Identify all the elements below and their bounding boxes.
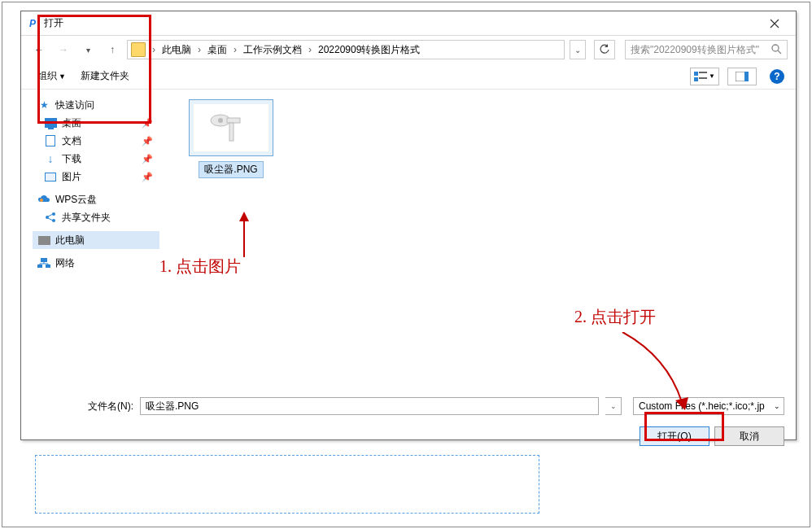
sidebar-item-label: 网络 (55, 256, 75, 270)
sidebar-network[interactable]: 网络 (33, 254, 159, 272)
svg-point-7 (40, 199, 43, 202)
pin-icon: 📌 (142, 172, 153, 182)
sidebar-item-label: 图片 (62, 170, 81, 184)
sidebar-documents[interactable]: 文档 📌 (33, 132, 159, 150)
file-open-dialog: P 打开 ← → ▾ ↑ › 此电脑 › 桌面 › 工作示例文档 › 20220… (20, 11, 797, 440)
refresh-icon (599, 44, 610, 55)
annotation-highlight-open (644, 412, 724, 441)
view-thumbnails-button[interactable]: ▼ (690, 68, 719, 85)
sidebar-item-label: 下载 (62, 152, 81, 166)
annotation-arrow-1 (236, 212, 252, 257)
chevron-right-icon: › (194, 44, 204, 55)
sidebar-this-pc[interactable]: 此电脑 (33, 231, 159, 249)
refresh-button[interactable] (594, 40, 615, 59)
svg-point-15 (218, 118, 223, 123)
file-item[interactable]: 吸尘器.PNG (182, 99, 280, 178)
svg-point-0 (772, 45, 779, 51)
file-name-label: 吸尘器.PNG (199, 161, 263, 178)
document-icon (44, 134, 57, 147)
breadcrumb-dropdown[interactable]: ⌄ (570, 40, 586, 59)
file-list-area[interactable]: 吸尘器.PNG (159, 90, 796, 389)
help-button[interactable]: ? (770, 69, 784, 84)
chevron-down-icon: ▼ (709, 72, 715, 80)
pin-icon: 📌 (142, 154, 153, 164)
chevron-down-icon: ⌄ (610, 402, 617, 410)
cloud-icon (37, 193, 50, 206)
sidebar-wps[interactable]: WPS云盘 (33, 190, 159, 208)
search-icon (771, 43, 782, 55)
svg-rect-3 (694, 77, 698, 81)
pc-icon (37, 234, 50, 247)
filename-input[interactable] (140, 397, 599, 415)
breadcrumb-item[interactable]: 工作示例文档 (242, 43, 303, 57)
cancel-button-label: 取消 (740, 430, 759, 444)
filename-label: 文件名(N): (73, 400, 133, 413)
annotation-text-2: 2. 点击打开 (574, 306, 656, 328)
sidebar-shared[interactable]: 共享文件夹 (33, 208, 159, 226)
preview-pane-icon (736, 72, 749, 81)
sidebar-pictures[interactable]: 图片 📌 (33, 168, 159, 186)
sidebar-item-label: 文档 (62, 134, 81, 148)
chevron-right-icon: › (305, 44, 315, 55)
svg-rect-1 (694, 72, 698, 76)
sidebar-item-label: 共享文件夹 (62, 211, 111, 225)
breadcrumb[interactable]: › 此电脑 › 桌面 › 工作示例文档 › 20220909转换图片格式 (127, 40, 565, 59)
chevron-right-icon: › (230, 44, 240, 55)
network-icon (37, 256, 50, 269)
download-icon: ↓ (44, 152, 57, 165)
share-icon (44, 211, 57, 224)
svg-rect-2 (699, 72, 707, 73)
pin-icon: 📌 (142, 136, 153, 146)
svg-rect-17 (229, 123, 234, 141)
close-button[interactable] (758, 11, 791, 35)
svg-rect-6 (744, 72, 749, 81)
breadcrumb-item[interactable]: 桌面 (206, 43, 229, 57)
sidebar-item-label: WPS云盘 (55, 193, 97, 207)
svg-rect-13 (46, 264, 50, 268)
svg-rect-12 (37, 264, 42, 268)
search-input[interactable]: 搜索"20220909转换图片格式" (625, 40, 788, 59)
annotation-arrow-2 (618, 332, 692, 413)
annotation-text-1: 1. 点击图片 (159, 256, 241, 278)
svg-rect-16 (227, 118, 240, 123)
cancel-button[interactable]: 取消 (714, 426, 784, 446)
svg-rect-4 (699, 77, 707, 79)
sidebar: ★ 快速访问 桌面 📌 文档 📌 ↓ 下载 📌 图片 📌 (21, 90, 159, 389)
close-icon (770, 19, 779, 28)
drop-zone-outline (35, 455, 539, 514)
search-placeholder: 搜索"20220909转换图片格式" (631, 43, 759, 57)
sidebar-downloads[interactable]: ↓ 下载 📌 (33, 150, 159, 168)
view-preview-button[interactable] (727, 68, 757, 85)
chevron-down-icon: ⌄ (774, 402, 780, 410)
sidebar-item-label: 此电脑 (55, 234, 85, 247)
svg-rect-11 (41, 258, 47, 262)
pictures-icon (44, 170, 57, 183)
breadcrumb-item[interactable]: 此电脑 (160, 43, 193, 57)
annotation-highlight-file (37, 15, 151, 124)
thumbnails-icon (694, 72, 707, 81)
breadcrumb-item[interactable]: 20220909转换图片格式 (317, 43, 421, 57)
file-thumbnail (194, 104, 268, 151)
